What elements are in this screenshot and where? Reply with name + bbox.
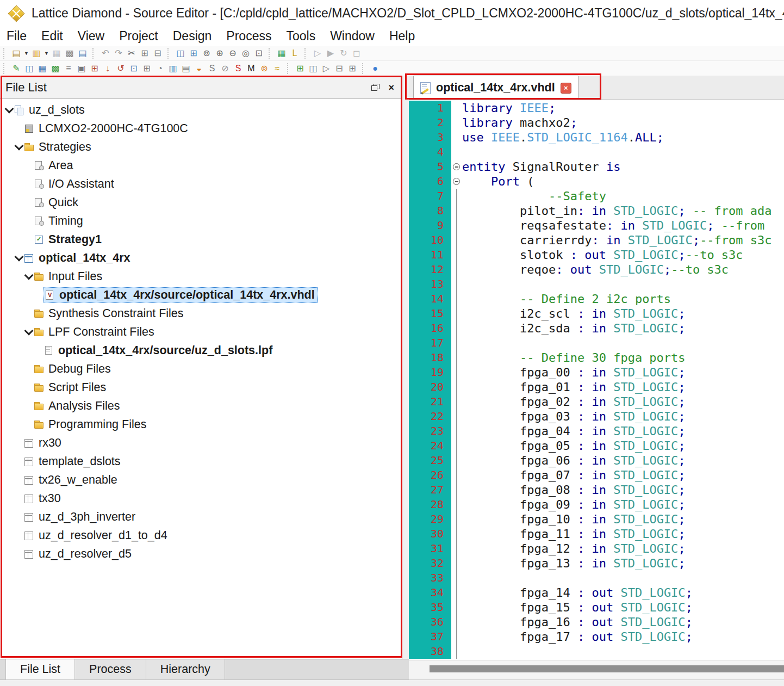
menu-tools[interactable]: Tools — [286, 29, 315, 44]
tree-item[interactable]: LCMXO2-2000HC-4TG100C — [0, 119, 401, 138]
run-icon[interactable]: ▷ — [311, 47, 324, 60]
scrollbar-thumb[interactable] — [430, 665, 784, 672]
process-check-icon[interactable]: ▦ — [275, 47, 288, 60]
find-replace-icon[interactable]: ⊚ — [200, 47, 213, 60]
open-file-icon[interactable]: ▥ — [30, 47, 43, 60]
menu-process[interactable]: Process — [226, 29, 271, 44]
signal-loop-icon[interactable]: ↺ — [114, 62, 127, 75]
save-all-icon[interactable]: ▩ — [63, 47, 76, 60]
device-scan-icon[interactable]: ▩ — [49, 62, 62, 75]
tree-item[interactable]: Timing — [0, 212, 401, 230]
chevron-down-icon[interactable] — [15, 252, 24, 262]
tree-item[interactable]: uz_d_3ph_inverter — [0, 508, 401, 526]
menu-edit[interactable]: Edit — [41, 29, 63, 44]
save-icon[interactable]: ▦ — [50, 47, 63, 60]
float-panel-icon[interactable] — [371, 84, 379, 91]
split-column-icon[interactable]: ◫ — [307, 62, 320, 75]
print-icon[interactable]: ▤ — [76, 47, 89, 60]
tree-item[interactable]: uz_d_slots — [0, 101, 401, 119]
modelsim-icon[interactable]: M — [245, 62, 258, 75]
tree-item[interactable]: Quick — [0, 193, 401, 212]
tree-item[interactable]: optical_14tx_4rx — [0, 249, 401, 267]
zoom-in-icon[interactable]: ⊕ — [213, 47, 226, 60]
code-area[interactable]: 1library IEEE;2library machxo2;3use IEEE… — [409, 100, 784, 660]
floorplan-view-icon[interactable]: ⊞ — [140, 62, 153, 75]
area-chart-icon[interactable]: ◔ — [153, 62, 166, 75]
column-add-icon[interactable]: ⊞ — [346, 62, 359, 75]
tree-item[interactable]: Script Files — [0, 378, 401, 397]
insert-column-icon[interactable]: ⊞ — [294, 62, 307, 75]
fold-collapse-icon[interactable] — [451, 159, 462, 174]
tree-item[interactable]: Analysis Files — [0, 397, 401, 415]
undo-icon[interactable]: ↶ — [99, 47, 112, 60]
chip-view-icon[interactable]: ▣ — [75, 62, 88, 75]
chip-table-icon[interactable]: ▤ — [179, 62, 192, 75]
key-tool-icon[interactable]: ⊘ — [219, 62, 232, 75]
chevron-down-icon[interactable] — [5, 104, 14, 114]
tree-item[interactable]: Synthesis Constraint Files — [0, 304, 401, 323]
web-help-icon[interactable]: ● — [369, 62, 382, 75]
package-export-icon[interactable]: ◒ — [192, 62, 206, 75]
tree-item[interactable]: uz_d_resolver_d5 — [0, 545, 401, 563]
chevron-down-icon[interactable] — [15, 141, 24, 151]
tab-hierarchy[interactable]: Hierarchy — [146, 659, 225, 679]
zoom-out-icon[interactable]: ⊖ — [226, 47, 239, 60]
tree-item[interactable]: Debug Files — [0, 360, 401, 378]
tree-item[interactable]: Input Files — [0, 267, 401, 286]
fold-collapse-icon[interactable] — [451, 174, 462, 189]
signal-import-icon[interactable]: ↓ — [101, 62, 114, 75]
tree-item[interactable]: tx26_w_enable — [0, 471, 401, 489]
menu-help[interactable]: Help — [389, 29, 415, 44]
module-blocks-icon[interactable]: ⊞ — [88, 62, 101, 75]
zoom-fit-icon[interactable]: ⊡ — [252, 47, 265, 60]
report-view-icon[interactable]: ≡ — [62, 62, 75, 75]
horizontal-scrollbar[interactable] — [409, 660, 784, 679]
tree-item[interactable]: Strategy1 — [0, 230, 401, 249]
column-sync-icon[interactable]: ⊟ — [333, 62, 346, 75]
cut-icon[interactable]: ✂ — [125, 47, 138, 60]
timing-wave-icon[interactable]: ≈ — [271, 62, 284, 75]
chevron-down-icon[interactable] — [24, 271, 34, 280]
menu-view[interactable]: View — [78, 29, 104, 44]
tree-item[interactable]: LPF Constraint Files — [0, 323, 401, 341]
run-update-icon[interactable]: ▶ — [324, 47, 337, 60]
tab-process[interactable]: Process — [75, 659, 146, 679]
menu-design[interactable]: Design — [173, 29, 212, 44]
panel-splitter[interactable] — [402, 76, 409, 659]
device-view-icon[interactable]: ▦ — [36, 62, 49, 75]
clarity-designer-icon[interactable]: ◫ — [23, 62, 36, 75]
logic-block-icon[interactable]: L — [288, 47, 301, 60]
rerun-icon[interactable]: ↻ — [337, 47, 350, 60]
tree-item[interactable]: tx30 — [0, 489, 401, 508]
tab-file-list[interactable]: File List — [5, 659, 75, 679]
menu-window[interactable]: Window — [330, 29, 375, 44]
zoom-region-icon[interactable]: ◎ — [239, 47, 252, 60]
simulation-file-icon[interactable]: S — [206, 62, 219, 75]
source-editor-icon[interactable]: ✎ — [10, 62, 23, 75]
sync-icon[interactable]: S — [232, 62, 245, 75]
tree-item[interactable]: Programming Files — [0, 415, 401, 434]
insert-table-icon[interactable]: ⊞ — [187, 47, 200, 60]
new-file-icon[interactable]: ▤ — [10, 47, 23, 60]
run-column-icon[interactable]: ▷ — [320, 62, 333, 75]
tree-item[interactable]: I/O Assistant — [0, 175, 401, 193]
editor-tab[interactable]: optical_14tx_4rx.vhdl × — [413, 76, 578, 100]
tree-item[interactable]: rx30 — [0, 434, 401, 452]
tree-item[interactable]: Area — [0, 156, 401, 175]
tree-item[interactable]: Strategies — [0, 138, 401, 156]
tree-item[interactable]: optical_14tx_4rx/source/optical_14tx_4rx… — [0, 286, 401, 304]
stop-icon[interactable]: ◻ — [350, 47, 363, 60]
tree-item[interactable]: optical_14tx_4rx/source/uz_d_slots.lpf — [0, 341, 401, 360]
copy-icon[interactable]: ⊞ — [138, 47, 151, 60]
copy-page-icon[interactable]: ◫ — [174, 47, 187, 60]
tree-item[interactable]: uz_d_resolver_d1_to_d4 — [0, 526, 401, 545]
menu-file[interactable]: File — [7, 29, 27, 44]
redo-icon[interactable]: ↷ — [112, 47, 125, 60]
paste-icon[interactable]: ⊟ — [151, 47, 164, 60]
close-panel-icon[interactable]: × — [388, 83, 394, 92]
pin-view-icon[interactable]: ⊡ — [127, 62, 140, 75]
close-tab-icon[interactable]: × — [561, 83, 571, 94]
chevron-down-icon[interactable] — [24, 326, 34, 336]
gears-icon[interactable]: ⊚ — [258, 62, 271, 75]
open-file-dropdown[interactable]: ▼ — [43, 47, 50, 60]
